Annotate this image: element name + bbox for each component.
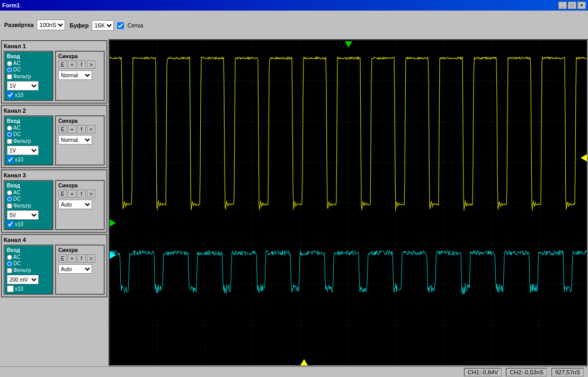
ch2-sync-arrow[interactable]: > bbox=[87, 125, 95, 133]
channel-4-title: Канал 4 bbox=[4, 237, 105, 243]
scope-canvas bbox=[110, 40, 587, 365]
ch2-sync-f[interactable]: f bbox=[77, 125, 86, 133]
channel-4-sync-box: Синхра E + f > AutoNormalSingle bbox=[55, 245, 105, 295]
ch3-sync-plus[interactable]: + bbox=[68, 190, 76, 198]
time-status: 927,57nS bbox=[551, 368, 584, 376]
ch1-ac-label: AC bbox=[13, 60, 21, 66]
ch4-sync-arrow[interactable]: > bbox=[87, 254, 95, 263]
channel-3-sync-box: Синхра E + f > AutoNormalSingle bbox=[55, 180, 105, 230]
ch4-ac-row: AC bbox=[7, 254, 50, 260]
ch1-x10-label: x10 bbox=[15, 92, 23, 98]
ch4-x10-checkbox[interactable] bbox=[7, 285, 14, 292]
ch1-status: CH1:-0,84V bbox=[464, 368, 502, 376]
ch2-sync-mode: NormalAutoSingle bbox=[58, 135, 102, 145]
minimize-button[interactable]: _ bbox=[558, 2, 567, 9]
ch2-ac-radio[interactable] bbox=[7, 125, 12, 131]
ch3-filter-checkbox[interactable] bbox=[7, 203, 12, 209]
ch1-vhod-label: Вход bbox=[7, 53, 50, 59]
channel-3-block: Канал 3 Вход AC DC bbox=[1, 169, 108, 233]
ch4-ac-radio[interactable] bbox=[7, 255, 12, 260]
ch3-ac-label: AC bbox=[13, 190, 21, 195]
ch2-x10-checkbox[interactable] bbox=[7, 156, 14, 163]
ch4-filter-checkbox[interactable] bbox=[7, 268, 12, 273]
channel-2-block: Канал 2 Вход AC DC bbox=[1, 105, 108, 168]
bufer-row: Буфер 16K 4K 8K 32K Сетка bbox=[69, 20, 143, 31]
ch1-filter-checkbox[interactable] bbox=[7, 74, 12, 79]
ch1-sync-title: Синхра bbox=[58, 53, 102, 59]
scope-display[interactable] bbox=[109, 39, 588, 366]
ch2-filter-label: Фильтр bbox=[13, 138, 31, 144]
ch4-dc-label: DC bbox=[13, 261, 21, 266]
channel-2-title: Канал 2 bbox=[4, 107, 105, 114]
ch1-x10-row: x10 bbox=[7, 92, 50, 98]
ch2-volt-select[interactable]: 1V200mV5V bbox=[7, 146, 39, 155]
ch4-vhod-label: Вход bbox=[7, 247, 50, 253]
ch4-volt-select[interactable]: 200 mV100mV500mV bbox=[7, 275, 39, 284]
ch2-ac-row: AC bbox=[7, 125, 50, 131]
bufer-select[interactable]: 16K 4K 8K 32K bbox=[92, 20, 114, 31]
ch2-filter-row: Фильтр bbox=[7, 138, 50, 144]
window-title: Form1 bbox=[2, 2, 20, 8]
ch1-ac-row: AC bbox=[7, 60, 50, 66]
ch3-volt-select[interactable]: 5V1V10V bbox=[7, 210, 39, 220]
razvyortka-label: Развёртка bbox=[4, 22, 33, 28]
main-content: Канал 1 Вход AC DC bbox=[0, 39, 588, 366]
ch1-sync-select[interactable]: NormalAutoSingle bbox=[58, 70, 92, 80]
time-position-arrow bbox=[300, 359, 308, 365]
ch3-sync-title: Синхра bbox=[58, 183, 102, 188]
channel-4-inner: Вход AC DC Фильтр bbox=[4, 245, 105, 295]
ch1-x10-checkbox[interactable] bbox=[7, 92, 14, 98]
ch2-ac-label: AC bbox=[13, 125, 21, 131]
toolbar: Развёртка 100nS 200nS 50nS Буфер 16K 4K … bbox=[0, 11, 588, 39]
ch1-sync-buttons: E + f > bbox=[58, 60, 102, 69]
setka-checkbox[interactable] bbox=[117, 22, 124, 29]
trigger-arrow bbox=[345, 41, 352, 48]
ch4-ac-label: AC bbox=[13, 254, 21, 260]
ch1-sync-plus[interactable]: + bbox=[68, 60, 76, 69]
channel-1-block: Канал 1 Вход AC DC bbox=[1, 40, 108, 104]
ch3-sync-e[interactable]: E bbox=[58, 190, 67, 198]
ch1-sync-arrow[interactable]: > bbox=[87, 60, 95, 69]
ch4-sync-e[interactable]: E bbox=[58, 254, 67, 263]
channel-4-input-box: Вход AC DC Фильтр bbox=[4, 245, 54, 295]
ch2-volt-row: 1V200mV5V bbox=[7, 146, 50, 155]
channel-4-block: Канал 4 Вход AC DC bbox=[1, 234, 108, 298]
ch3-sync-f[interactable]: f bbox=[77, 190, 86, 198]
ch1-volt-select[interactable]: 1V200mV5V bbox=[7, 81, 39, 91]
ch4-sync-title: Синхра bbox=[58, 247, 102, 253]
razvyortka-row: Развёртка 100nS 200nS 50nS bbox=[4, 20, 65, 30]
ch3-x10-checkbox[interactable] bbox=[7, 221, 14, 228]
razvyortka-select[interactable]: 100nS 200nS 50nS bbox=[37, 20, 65, 30]
ch3-dc-radio[interactable] bbox=[7, 196, 12, 202]
ch4-volt-row: 200 mV100mV500mV bbox=[7, 275, 50, 284]
ch3-volt-row: 5V1V10V bbox=[7, 210, 50, 220]
ch3-vhod-label: Вход bbox=[7, 183, 50, 188]
ch4-sync-f[interactable]: f bbox=[77, 254, 86, 263]
ch2-vhod-label: Вход bbox=[7, 118, 50, 124]
ch3-sync-mode: AutoNormalSingle bbox=[58, 200, 102, 209]
ch3-ac-row: AC bbox=[7, 190, 50, 195]
channel-1-title: Канал 1 bbox=[4, 43, 105, 49]
ch1-dc-radio[interactable] bbox=[7, 67, 12, 73]
ch2-dc-radio[interactable] bbox=[7, 132, 12, 137]
ch4-x10-row: x10 bbox=[7, 285, 50, 292]
bufer-label: Буфер bbox=[69, 22, 88, 29]
ch4-sync-plus[interactable]: + bbox=[68, 254, 76, 263]
ch3-ac-radio[interactable] bbox=[7, 190, 12, 195]
ch4-sync-select[interactable]: AutoNormalSingle bbox=[58, 264, 92, 274]
ch1-sync-e[interactable]: E bbox=[58, 60, 67, 69]
ch1-ac-radio[interactable] bbox=[7, 61, 12, 66]
ch2-sync-e[interactable]: E bbox=[58, 125, 67, 133]
ch1-volt-row: 1V200mV5V bbox=[7, 81, 50, 91]
ch3-filter-row: Фильтр bbox=[7, 203, 50, 209]
maximize-button[interactable]: □ bbox=[568, 2, 576, 9]
ch4-dc-radio[interactable] bbox=[7, 261, 12, 266]
ch3-sync-select[interactable]: AutoNormalSingle bbox=[58, 200, 92, 209]
ch2-sync-plus[interactable]: + bbox=[68, 125, 76, 133]
ch3-sync-arrow[interactable]: > bbox=[87, 190, 95, 198]
ch1-sync-f[interactable]: f bbox=[77, 60, 86, 69]
ch2-sync-select[interactable]: NormalAutoSingle bbox=[58, 135, 92, 145]
close-button[interactable]: × bbox=[577, 2, 586, 9]
channel-1-sync-box: Синхра E + f > NormalAutoSingle bbox=[55, 51, 105, 101]
ch2-filter-checkbox[interactable] bbox=[7, 139, 12, 144]
